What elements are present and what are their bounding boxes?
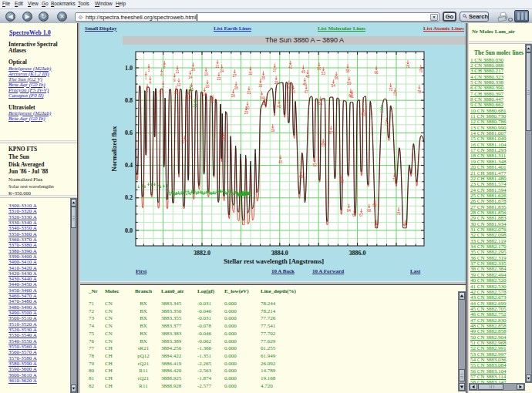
thumb-grip [493,385,494,388]
dataset-info-line: Normalized Flux [8,176,42,182]
menu-go[interactable]: Go [42,1,48,6]
scroll-down-button[interactable] [526,375,531,382]
menu-tools[interactable]: Tools [78,1,89,6]
table-cell: 0.000 [224,345,237,351]
atlas-sidebar-frame: SpectroWeb 1.0Interactive SpectralAtlase… [0,23,77,140]
nav-link-last[interactable]: Last [410,268,420,274]
svg-text:64: 64 [347,209,352,213]
nav-link-first[interactable]: First [136,268,146,274]
molec-list-hscrollbar[interactable] [469,383,525,391]
table-cell: -0.062 [197,338,211,344]
nav-link-10-a-back[interactable]: 10 A Back [271,268,295,274]
optical-atlas-link[interactable]: Canopus (F0 II) [8,92,44,99]
back-button[interactable]: ◀ [5,12,15,22]
search-button[interactable]: Search [460,12,489,22]
menu-accel: G [42,1,45,6]
table-cell: 77.726 [261,315,275,321]
svg-text:12: 12 [177,83,181,87]
svg-text:37: 37 [273,69,278,72]
svg-text:34: 34 [260,96,264,100]
wavelength-list-scrollbar[interactable] [70,198,77,393]
svg-text:16: 16 [191,68,196,72]
uv-atlas-link[interactable]: Beta Aqr (G0 Ib) [8,116,45,122]
nav-link-10-a-forward[interactable]: 10 A Forward [312,268,344,274]
thumb-grip [490,385,490,388]
scroll-left-button[interactable] [470,384,477,390]
menu-bookmarks[interactable]: Bookmarks [51,1,76,6]
reload-button[interactable]: ↻ [39,12,49,22]
table-cell: 0.000 [224,361,237,367]
svg-text:45: 45 [301,70,306,74]
printer-icon[interactable] [497,12,510,22]
top-link-list-atomic-lines[interactable]: List Atomic Lines [423,25,464,32]
table-cell: R11 [129,383,158,389]
svg-text:0.4: 0.4 [125,162,133,169]
table-cell: R11 [129,368,158,374]
url-dropdown-icon[interactable]: ▼ [430,14,438,21]
svg-text:2: 2 [146,89,149,92]
svg-text:13: 13 [187,96,191,99]
table-cell: BX [129,308,158,314]
url-text[interactable]: http://spectra.freeshell.org/spectroweb.… [86,14,197,21]
scroll-up-button[interactable] [459,292,465,300]
table-cell: 3886.420 [161,368,181,374]
forward-button[interactable]: ▶ [22,12,32,22]
table-cell: 14.789 [261,368,275,374]
top-link-list-earth-lines[interactable]: List Earth Lines [214,25,251,32]
top-link-list-molecular-lines[interactable]: List Molecular Lines [318,25,365,32]
svg-text:23: 23 [211,99,216,103]
thumb-grip [491,385,492,388]
spectrum-plot[interactable]: 1234567891011121314151617181920212223242… [80,23,466,281]
scroll-right-button[interactable] [517,384,524,390]
scroll-thumb[interactable] [459,369,465,381]
scroll-thumb[interactable] [71,207,76,228]
top-link-small-display[interactable]: Small Display [85,25,116,32]
table-cell: -1.351 [197,353,211,359]
scroll-down-button[interactable] [71,385,76,392]
table-cell: pQ12 [129,353,158,359]
svg-text:19: 19 [204,72,209,76]
throbber-logo[interactable] [514,10,529,22]
stop-button[interactable]: ✕ [57,12,67,22]
svg-text:50: 50 [317,67,322,71]
spectrum-display-frame: The Sun 3880 A – 3890 A 1234567891011121… [80,23,466,281]
spectroweb-link[interactable]: SpectroWeb 1.0 [9,29,51,36]
menu-help[interactable]: Help [116,1,126,6]
table-cell: CH [105,353,113,359]
table-cell: 72 [89,308,94,314]
url-bar[interactable]: http://spectra.freeshell.org/spectroweb.… [75,12,439,22]
table-cell: CH [105,375,113,381]
menu-accel: B [51,1,54,6]
table-cell: BX [129,323,158,329]
table-cell: 26.092 [261,361,275,367]
menu-file[interactable]: File [2,1,10,6]
menu-view[interactable]: View [28,1,39,6]
scroll-down-button[interactable] [459,383,465,391]
svg-text:42: 42 [288,66,293,69]
scroll-thumb[interactable] [526,52,531,131]
svg-text:48: 48 [305,75,310,79]
scroll-up-button[interactable] [71,199,76,207]
svg-text:54: 54 [332,84,336,88]
svg-text:3886.0: 3886.0 [349,250,366,257]
bookmark-icon [78,15,83,20]
table-cell: 3883.383 [161,331,181,337]
table-cell: 4.720 [261,383,273,389]
scroll-up-button[interactable] [526,45,531,52]
svg-text:0.8: 0.8 [125,97,133,104]
table-scrollbar[interactable] [458,291,466,391]
component-bar-icon[interactable] [508,18,513,22]
menu-bar: FileEditViewGoBookmarksToolsWindowHelp [0,0,532,9]
table-cell: 74 [89,323,94,329]
menu-window[interactable]: Window [95,1,113,6]
svg-text:49: 49 [299,175,304,179]
svg-text:62: 62 [340,180,345,183]
svg-text:59: 59 [347,82,352,86]
table-cell: CN [105,338,113,344]
scroll-thumb[interactable] [478,384,503,390]
molec-list-vscrollbar[interactable] [525,44,532,383]
go-button[interactable]: Go [443,12,456,22]
menu-edit[interactable]: Edit [15,1,23,6]
svg-text:21: 21 [216,65,221,69]
wavelength-range-link[interactable]: 3610-3620 A [8,378,37,384]
